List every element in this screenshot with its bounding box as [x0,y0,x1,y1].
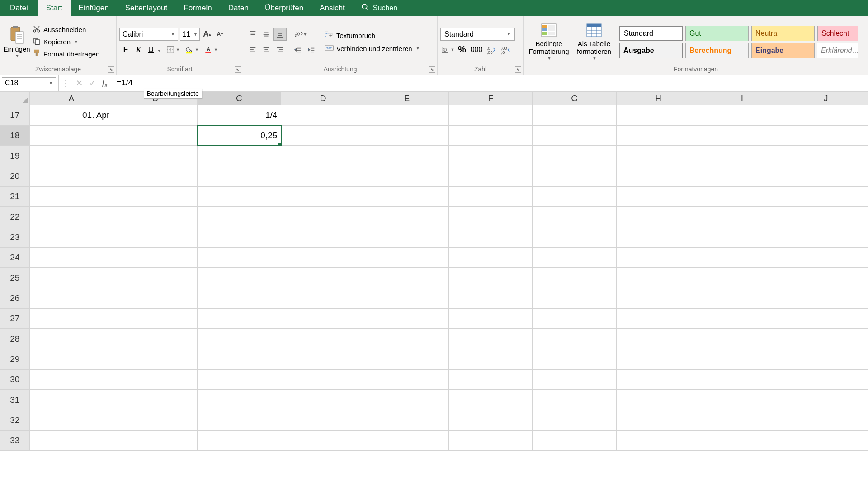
merge-center-button[interactable]: a Verbinden und zentrieren ▼ [325,44,420,53]
increase-font-button[interactable]: A▴ [202,28,212,41]
cell-I31[interactable] [700,390,784,410]
cell-F30[interactable] [449,370,533,390]
formula-input[interactable]: =1/4 Bearbeitungsleiste [111,75,868,91]
cell-C30[interactable] [197,370,281,390]
cell-A32[interactable] [29,410,113,431]
column-header-I[interactable]: I [700,92,784,105]
decrease-decimal-button[interactable]: ,00,0 [498,43,513,56]
cell-E23[interactable] [365,227,448,248]
cell-G19[interactable] [533,146,616,166]
cell-E31[interactable] [365,390,448,410]
cell-C31[interactable] [197,390,281,410]
borders-button[interactable]: ▼ [166,43,180,56]
cell-A28[interactable] [29,329,113,349]
cell-D32[interactable] [281,410,365,431]
cell-F28[interactable] [449,329,533,349]
copy-button[interactable]: Kopieren ▼ [33,37,99,47]
column-header-D[interactable]: D [281,92,365,105]
font-color-button[interactable]: A ▼ [204,43,218,56]
cell-J28[interactable] [784,329,868,349]
cell-G30[interactable] [533,370,616,390]
font-launcher[interactable]: ⬊ [235,66,241,73]
cell-B31[interactable] [113,390,197,410]
cell-B29[interactable] [113,349,197,370]
cell-D24[interactable] [281,248,365,268]
increase-indent-button[interactable] [305,43,318,56]
cell-F32[interactable] [449,410,533,431]
cell-J23[interactable] [784,227,868,248]
cell-J25[interactable] [784,268,868,288]
cell-I28[interactable] [700,329,784,349]
underline-button[interactable]: U▼ [145,43,157,56]
cell-C20[interactable] [197,166,281,187]
row-header-21[interactable]: 21 [0,187,30,207]
number-launcher[interactable]: ⬊ [515,66,521,73]
clipboard-launcher[interactable]: ⬊ [108,66,114,73]
cell-J27[interactable] [784,309,868,329]
cell-H18[interactable] [616,126,700,146]
cell-G28[interactable] [533,329,616,349]
thousand-sep-button[interactable]: 000 [469,43,484,56]
cell-F20[interactable] [449,166,533,187]
cell-G29[interactable] [533,349,616,370]
cell-D17[interactable] [281,105,365,126]
column-header-F[interactable]: F [449,92,533,105]
cell-C33[interactable] [197,431,281,451]
cell-G23[interactable] [533,227,616,248]
cell-C23[interactable] [197,227,281,248]
cell-H21[interactable] [616,187,700,207]
cell-I17[interactable] [700,105,784,126]
cell-E20[interactable] [365,166,448,187]
cell-F21[interactable] [449,187,533,207]
tab-file[interactable]: Datei [0,0,38,16]
decrease-font-button[interactable]: A▾ [214,28,225,41]
cell-G21[interactable] [533,187,616,207]
cell-A26[interactable] [29,288,113,309]
percent-button[interactable]: % [455,43,469,56]
cell-D33[interactable] [281,431,365,451]
paste-button[interactable]: Einfügen ▼ [3,25,31,58]
cell-I33[interactable] [700,431,784,451]
cell-I30[interactable] [700,370,784,390]
style-erklaerend[interactable]: Erklärend… [817,43,858,58]
conditional-formatting-button[interactable]: Bedingte Formatierung▼ [526,23,571,61]
cell-I27[interactable] [700,309,784,329]
cell-C26[interactable] [197,288,281,309]
column-header-E[interactable]: E [365,92,448,105]
cell-I20[interactable] [700,166,784,187]
cell-J22[interactable] [784,207,868,227]
cell-C24[interactable] [197,248,281,268]
cell-D31[interactable] [281,390,365,410]
cell-E24[interactable] [365,248,448,268]
cell-C25[interactable] [197,268,281,288]
cell-I18[interactable] [700,126,784,146]
cell-H26[interactable] [616,288,700,309]
cell-I25[interactable] [700,268,784,288]
row-header-28[interactable]: 28 [0,329,30,349]
cell-E32[interactable] [365,410,448,431]
cell-E18[interactable] [365,126,448,146]
cut-button[interactable]: Ausschneiden [33,25,99,34]
tab-data[interactable]: Daten [220,0,257,16]
cell-H23[interactable] [616,227,700,248]
cell-A33[interactable] [29,431,113,451]
cell-H33[interactable] [616,431,700,451]
tab-review[interactable]: Überprüfen [257,0,311,16]
row-header-25[interactable]: 25 [0,268,30,288]
row-header-20[interactable]: 20 [0,166,30,187]
cell-D25[interactable] [281,268,365,288]
cell-C32[interactable] [197,410,281,431]
cell-G25[interactable] [533,268,616,288]
cell-E25[interactable] [365,268,448,288]
cell-B21[interactable] [113,187,197,207]
align-center-button[interactable] [259,43,273,56]
cell-C22[interactable] [197,207,281,227]
cell-H32[interactable] [616,410,700,431]
row-header-26[interactable]: 26 [0,288,30,309]
font-size-select[interactable]: 11 ▼ [180,28,200,41]
cell-J29[interactable] [784,349,868,370]
cell-C19[interactable] [197,146,281,166]
cell-D18[interactable] [281,126,365,146]
cell-G33[interactable] [533,431,616,451]
cell-F25[interactable] [449,268,533,288]
